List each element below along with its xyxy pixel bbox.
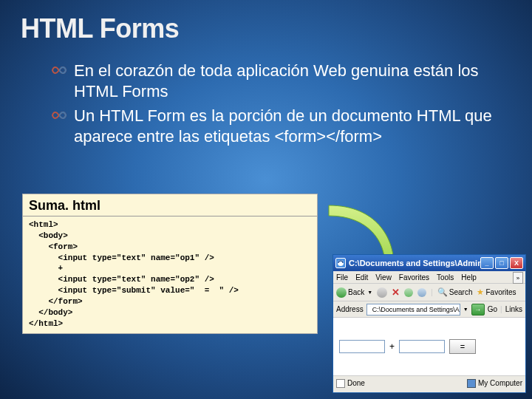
browser-title-text: C:\Documents and Settings\Administrator.…	[349, 259, 480, 267]
bullet-item: En el corazón de toda aplicación Web gen…	[52, 61, 502, 101]
menu-edit[interactable]: Edit	[355, 273, 368, 282]
search-button[interactable]: 🔍Search	[437, 287, 473, 297]
plus-label: +	[389, 341, 395, 352]
slide-title: HTML Forms	[0, 0, 532, 44]
browser-titlebar: C:\Documents and Settings\Administrator.…	[333, 255, 525, 271]
menu-tools[interactable]: Tools	[437, 273, 454, 282]
op2-input[interactable]	[399, 340, 445, 353]
search-label: Search	[449, 288, 473, 296]
infinity-icon	[52, 110, 66, 123]
close-button[interactable]: X	[510, 257, 523, 269]
browser-viewport: + =	[333, 318, 525, 375]
page-icon	[369, 306, 371, 313]
favorites-label: Favorites	[485, 288, 516, 296]
address-dropdown[interactable]: ▼	[463, 307, 468, 312]
stop-icon[interactable]: ✕	[392, 287, 400, 298]
refresh-icon[interactable]	[404, 288, 413, 297]
infinity-icon	[52, 65, 66, 78]
links-label[interactable]: Links	[505, 305, 522, 313]
menu-help[interactable]: Help	[461, 273, 477, 282]
bullet-text: Un HTML Form es la porción de un documen…	[74, 106, 502, 146]
maximize-button[interactable]: □	[495, 257, 508, 269]
chevron-down-icon: ▼	[367, 290, 372, 295]
browser-statusbar: Done My Computer	[333, 375, 525, 390]
back-label: Back	[348, 288, 364, 296]
bullet-text: En el corazón de toda aplicación Web gen…	[74, 61, 502, 101]
search-icon: 🔍	[437, 287, 448, 297]
browser-addressbar: Address C:\Documents and Settings\Admini…	[333, 301, 525, 318]
address-label: Address	[336, 305, 364, 313]
back-icon	[336, 287, 347, 298]
status-text: Done	[347, 379, 365, 387]
code-panel: Suma. html <html> <body> <form> <input t…	[22, 194, 318, 334]
address-input[interactable]: C:\Documents and Settings\Administrator.…	[366, 304, 460, 316]
browser-toolbar: Back▼ ✕ | 🔍Search ★Favorites »	[333, 284, 525, 301]
menu-favorites[interactable]: Favorites	[399, 273, 429, 282]
star-icon: ★	[477, 287, 484, 297]
minimize-button[interactable]: _	[480, 257, 494, 269]
forward-button[interactable]	[377, 287, 387, 298]
code-filename: Suma. html	[23, 194, 317, 216]
zone-text: My Computer	[478, 379, 522, 387]
menu-view[interactable]: View	[375, 273, 392, 282]
browser-window: C:\Documents and Settings\Administrator.…	[332, 254, 526, 393]
go-button[interactable]: →	[471, 304, 485, 316]
bullet-item: Un HTML Form es la porción de un documen…	[52, 106, 502, 146]
op1-input[interactable]	[339, 340, 385, 353]
ie-icon	[335, 258, 346, 268]
toolbar-overflow[interactable]: »	[513, 272, 523, 284]
browser-menubar: File Edit View Favorites Tools Help	[333, 271, 525, 284]
code-body: <html> <body> <form> <input type="text" …	[23, 216, 317, 333]
address-value: C:\Documents and Settings\Administrator.…	[372, 306, 460, 313]
go-label: Go	[488, 305, 497, 313]
document-icon	[336, 379, 345, 388]
bullet-list: En el corazón de toda aplicación Web gen…	[0, 44, 532, 146]
back-button[interactable]: Back▼	[336, 287, 372, 298]
submit-button[interactable]: =	[449, 339, 476, 354]
computer-icon	[467, 379, 476, 388]
menu-file[interactable]: File	[336, 273, 348, 282]
home-icon[interactable]	[417, 288, 426, 297]
favorites-button[interactable]: ★Favorites	[477, 287, 516, 297]
